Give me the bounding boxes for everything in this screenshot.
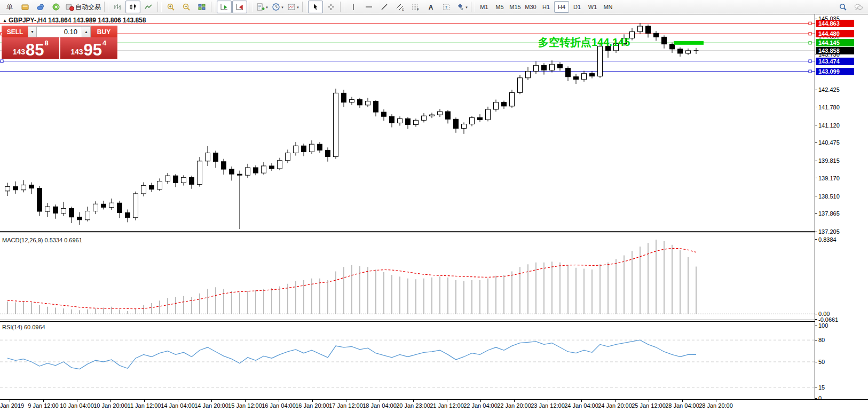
time-tick bbox=[178, 400, 178, 402]
time-label: 21 Jan 12:00 bbox=[430, 402, 464, 409]
candle-chart-button[interactable] bbox=[125, 1, 140, 13]
market-watch-icon bbox=[21, 3, 29, 11]
time-label: 10 Jan 04:00 bbox=[60, 402, 94, 409]
rsi-panel-canvas[interactable] bbox=[0, 322, 815, 399]
search-icon bbox=[839, 3, 847, 11]
price-tick: 139.170 bbox=[815, 175, 840, 182]
text-button[interactable]: A bbox=[423, 1, 438, 13]
time-tick bbox=[279, 400, 279, 402]
time-label: 14 Jan 20:00 bbox=[194, 402, 228, 409]
sell-price-big: 85 bbox=[26, 43, 44, 57]
sell-price-sup: 8 bbox=[45, 39, 49, 46]
timeframe-button-mn[interactable]: MN bbox=[601, 1, 616, 13]
sell-button[interactable]: SELL bbox=[2, 26, 28, 37]
label-icon: T bbox=[442, 3, 451, 11]
zoom-out-icon bbox=[182, 3, 191, 11]
svg-text:F: F bbox=[417, 7, 419, 11]
cursor-button[interactable] bbox=[308, 1, 323, 13]
macd-scale-tick: 0.8384 bbox=[815, 236, 837, 243]
dropdown-arrow-icon: ▾ bbox=[297, 5, 299, 9]
fibonacci-button[interactable]: F bbox=[408, 1, 423, 13]
buy-price-big: 95 bbox=[84, 43, 102, 57]
timeframe-button-h4[interactable]: H4 bbox=[554, 1, 569, 13]
line-chart-icon bbox=[144, 3, 153, 11]
templates-button[interactable]: ▾ bbox=[286, 1, 301, 13]
timeframe-button-m15[interactable]: M15 bbox=[508, 1, 523, 13]
macd-panel-canvas[interactable] bbox=[0, 233, 815, 320]
crosshair-button[interactable] bbox=[323, 1, 338, 13]
rsi-scale-tick: 80 bbox=[815, 336, 825, 344]
volume-increase-button[interactable]: ▲ bbox=[82, 26, 91, 37]
vertical-line-button[interactable] bbox=[346, 1, 361, 13]
sell-price-prefix: 143 bbox=[13, 48, 25, 56]
time-label: 16 Jan 20:00 bbox=[295, 402, 329, 409]
search-button[interactable] bbox=[835, 1, 850, 13]
chart-annotation-text[interactable]: 多空转折点144.145 bbox=[538, 35, 630, 50]
price-label-144.145: 144.145 bbox=[816, 39, 854, 46]
buy-price[interactable]: 143 95 4 bbox=[60, 37, 117, 59]
timeframe-button-m30[interactable]: M30 bbox=[523, 1, 538, 13]
arrows-button[interactable]: ▾ bbox=[454, 1, 469, 13]
time-tick bbox=[144, 400, 145, 402]
horizontal-line-button[interactable] bbox=[361, 1, 376, 13]
panel-separator[interactable] bbox=[0, 320, 868, 322]
chat-button[interactable] bbox=[851, 1, 866, 13]
autotrading-button[interactable]: 自动交易 bbox=[64, 1, 102, 13]
bar-chart-button[interactable] bbox=[110, 1, 125, 13]
time-tick bbox=[548, 400, 548, 402]
time-label: 28 Jan 20:00 bbox=[699, 402, 733, 409]
trendline-icon bbox=[380, 3, 389, 11]
timeframe-button-d1[interactable]: D1 bbox=[570, 1, 585, 13]
market-watch-button[interactable] bbox=[18, 1, 33, 13]
collapse-panel-icon[interactable]: ▲ bbox=[3, 18, 7, 23]
toolbar-separator bbox=[340, 2, 344, 12]
chart-title-text: GBPJPY-,H4 143.864 143.989 143.806 143.8… bbox=[9, 17, 146, 24]
sell-price[interactable]: 143 85 8 bbox=[2, 37, 60, 59]
autotrading-icon bbox=[66, 3, 74, 11]
timeframe-button-m5[interactable]: M5 bbox=[492, 1, 507, 13]
buy-button[interactable]: BUY bbox=[91, 26, 117, 37]
time-label: 24 Jan 04:00 bbox=[564, 402, 598, 409]
volume-input[interactable]: 0.10 bbox=[37, 26, 82, 37]
zoom-in-button[interactable] bbox=[163, 1, 178, 13]
time-label: 11 Jan 12:00 bbox=[128, 402, 161, 409]
new-order-button[interactable]: 单 bbox=[2, 1, 17, 13]
buy-price-prefix: 143 bbox=[70, 48, 83, 56]
time-label: 16 Jan 04:00 bbox=[262, 402, 296, 409]
rsi-label: RSI(14) 60.0964 bbox=[2, 324, 45, 330]
chart-shift-button[interactable] bbox=[232, 1, 247, 13]
time-label: 8 Jan 2019 bbox=[0, 402, 24, 409]
toolbar-separator bbox=[211, 2, 215, 12]
line-chart-button[interactable] bbox=[141, 1, 156, 13]
toolbar: 单自动交易▾▾▾EFAT▾M1M5M15M30H1H4D1W1MN bbox=[0, 0, 868, 14]
time-label: 22 Jan 20:00 bbox=[497, 402, 531, 409]
chart-shift-icon bbox=[235, 3, 244, 11]
auto-scroll-button[interactable] bbox=[217, 1, 232, 13]
price-tick: 140.475 bbox=[815, 139, 840, 146]
tile-windows-button[interactable] bbox=[194, 1, 209, 13]
time-tick bbox=[615, 400, 616, 402]
channel-button[interactable]: E bbox=[392, 1, 407, 13]
time-tick bbox=[111, 400, 111, 402]
volume-decrease-button[interactable]: ▼ bbox=[28, 26, 37, 37]
time-axis[interactable]: 8 Jan 20199 Jan 12:0010 Jan 04:0010 Jan … bbox=[0, 399, 868, 412]
timeframe-button-m1[interactable]: M1 bbox=[477, 1, 492, 13]
timeframe-button-h1[interactable]: H1 bbox=[539, 1, 554, 13]
price-scale[interactable]: 145.035144.390143.730142.425141.780141.1… bbox=[815, 14, 868, 399]
panel-separator[interactable] bbox=[0, 231, 868, 233]
channel-icon: E bbox=[396, 3, 404, 11]
price-tick: 142.425 bbox=[815, 86, 840, 93]
tile-windows-icon bbox=[198, 3, 206, 11]
signals-button[interactable] bbox=[49, 1, 64, 13]
zoom-out-button[interactable] bbox=[179, 1, 194, 13]
timeframe-button-w1[interactable]: W1 bbox=[585, 1, 600, 13]
indicators-button[interactable]: ▾ bbox=[255, 1, 270, 13]
time-label: 9 Jan 12:00 bbox=[28, 402, 59, 409]
periods-button[interactable]: ▾ bbox=[270, 1, 285, 13]
time-tick bbox=[447, 400, 447, 402]
trendline-button[interactable] bbox=[377, 1, 392, 13]
label-button[interactable]: T bbox=[439, 1, 454, 13]
main-chart-canvas[interactable] bbox=[0, 14, 815, 231]
data-window-button[interactable] bbox=[33, 1, 48, 13]
cursor-icon bbox=[311, 3, 320, 11]
